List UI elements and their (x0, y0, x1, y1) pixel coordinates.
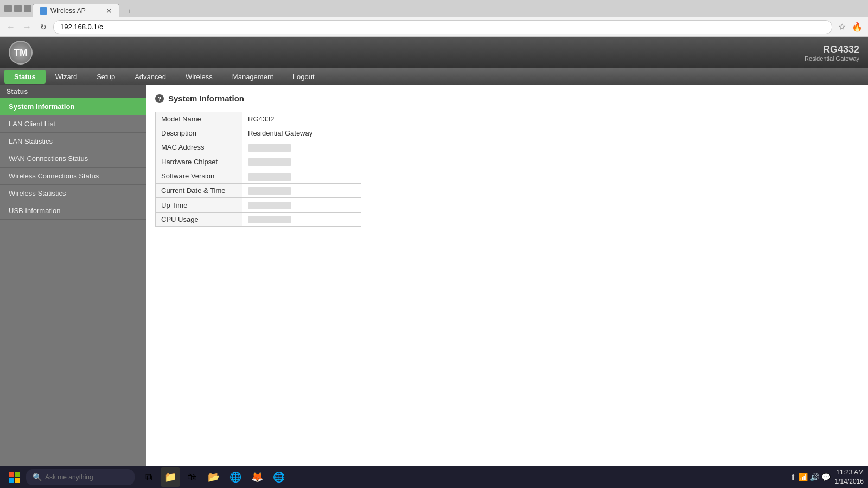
nav-item-advanced[interactable]: Advanced (125, 70, 176, 84)
value-cpu-usage (242, 212, 361, 227)
tab-title: Wireless AP (50, 7, 86, 15)
label-up-time: Up Time (156, 198, 242, 213)
value-mac-address (242, 140, 361, 155)
tm-logo-circle: TM (9, 41, 33, 65)
value-description: Residential Gateway (242, 126, 361, 140)
taskbar-icons: ⧉ 📁 🛍 📂 🌐 🦊 🌐 (139, 467, 289, 487)
blurred-version (248, 173, 291, 181)
start-button[interactable] (4, 467, 24, 487)
nav-item-wireless[interactable]: Wireless (176, 70, 222, 84)
tab-close-button[interactable]: ✕ (106, 7, 112, 15)
value-up-time (242, 198, 361, 213)
back-button[interactable]: ← (4, 21, 17, 34)
files-button[interactable]: 📂 (204, 467, 224, 487)
label-hardware-chipset: Hardware Chipset (156, 155, 242, 169)
value-hardware-chipset (242, 155, 361, 169)
value-software-version (242, 169, 361, 184)
store-button[interactable]: 🛍 (182, 467, 202, 487)
browser-actions: ☆ 🔥 (835, 21, 864, 34)
star-button[interactable]: ☆ (835, 21, 848, 34)
browser-chrome: Wireless AP ✕ + ← → ↻ ☆ 🔥 (0, 0, 868, 37)
address-bar: ← → ↻ ☆ 🔥 (0, 17, 868, 37)
nav-bar: Status Wizard Setup Advanced Wireless Ma… (0, 68, 868, 85)
nav-item-status[interactable]: Status (4, 70, 46, 84)
sidebar-item-wan-connections-status[interactable]: WAN Connections Status (0, 150, 146, 168)
table-row: CPU Usage (156, 212, 361, 227)
blurred-mac (248, 144, 291, 152)
sidebar-item-lan-statistics[interactable]: LAN Statistics (0, 133, 146, 150)
main-content: ? System Information Model Name RG4332 D… (146, 85, 868, 467)
table-row: MAC Address (156, 140, 361, 155)
active-tab[interactable]: Wireless AP ✕ (33, 4, 119, 17)
router-model: RG4332 (805, 44, 859, 55)
table-row: Description Residential Gateway (156, 126, 361, 140)
chrome-button[interactable]: 🌐 (226, 467, 245, 487)
help-icon[interactable]: ? (155, 94, 164, 103)
clock-time: 11:23 AM (835, 468, 864, 477)
sidebar-item-system-information[interactable]: System Information (0, 98, 146, 115)
taskbar-search[interactable]: 🔍 (26, 469, 135, 485)
sidebar-item-wireless-connections-status[interactable]: Wireless Connections Status (0, 168, 146, 185)
search-icon: 🔍 (33, 473, 42, 481)
sidebar-group-label: Status (0, 85, 146, 98)
system-tray-icons: ⬆ 📶 🔊 💬 (790, 473, 831, 481)
router-subtitle: Residential Gateway (805, 55, 859, 62)
value-current-date-time (242, 183, 361, 198)
firefox-button[interactable]: 🔥 (851, 21, 864, 34)
table-row: Software Version (156, 169, 361, 184)
file-explorer-button[interactable]: 📁 (161, 467, 180, 487)
sidebar-item-wireless-statistics[interactable]: Wireless Statistics (0, 185, 146, 202)
table-row: Current Date & Time (156, 183, 361, 198)
label-current-date-time: Current Date & Time (156, 183, 242, 198)
nav-item-management[interactable]: Management (222, 70, 283, 84)
page-title-area: ? System Information (155, 94, 859, 103)
router-wrapper: TM RG4332 Residential Gateway Status Wiz… (0, 37, 868, 467)
blurred-cpu (248, 216, 291, 223)
sidebar-item-lan-client-list[interactable]: LAN Client List (0, 115, 146, 133)
taskbar-right: ⬆ 📶 🔊 💬 11:23 AM 1/14/2016 (790, 468, 864, 486)
blurred-uptime (248, 202, 291, 209)
sidebar-item-usb-information[interactable]: USB Information (0, 202, 146, 220)
label-model-name: Model Name (156, 112, 242, 126)
taskbar-clock: 11:23 AM 1/14/2016 (835, 468, 864, 486)
nav-item-logout[interactable]: Logout (283, 70, 324, 84)
logo-text: TM (14, 47, 28, 59)
tm-logo: TM (9, 41, 33, 65)
table-row: Model Name RG4332 (156, 112, 361, 126)
table-row: Hardware Chipset (156, 155, 361, 169)
clock-date: 1/14/2016 (835, 477, 864, 486)
url-bar[interactable] (53, 20, 832, 34)
blurred-datetime (248, 187, 291, 195)
taskbar: 🔍 ⧉ 📁 🛍 📂 🌐 🦊 🌐 ⬆ 📶 🔊 💬 11:23 AM 1/14/20… (0, 466, 868, 488)
table-row: Up Time (156, 198, 361, 213)
nav-item-wizard[interactable]: Wizard (46, 70, 87, 84)
label-software-version: Software Version (156, 169, 242, 184)
system-info-table: Model Name RG4332 Description Residentia… (155, 112, 361, 227)
svg-rect-3 (15, 478, 20, 483)
ie-button[interactable]: 🌐 (269, 467, 289, 487)
forward-button[interactable]: → (21, 21, 34, 34)
task-view-button[interactable]: ⧉ (139, 467, 158, 487)
refresh-button[interactable]: ↻ (37, 21, 50, 34)
new-tab-button[interactable]: + (122, 4, 138, 17)
taskbar-search-input[interactable] (45, 473, 128, 481)
firefox-taskbar-button[interactable]: 🦊 (247, 467, 267, 487)
svg-rect-1 (15, 472, 20, 477)
svg-rect-0 (9, 472, 14, 477)
nav-item-setup[interactable]: Setup (87, 70, 125, 84)
tab-favicon (40, 7, 47, 15)
tab-bar: Wireless AP ✕ + (0, 0, 868, 17)
content-wrapper: Status System Information LAN Client Lis… (0, 85, 868, 467)
value-model-name: RG4332 (242, 112, 361, 126)
label-cpu-usage: CPU Usage (156, 212, 242, 227)
label-description: Description (156, 126, 242, 140)
sidebar: Status System Information LAN Client Lis… (0, 85, 146, 467)
label-mac-address: MAC Address (156, 140, 242, 155)
svg-rect-2 (9, 478, 14, 483)
page-title-text: System Information (168, 94, 244, 103)
blurred-chipset (248, 158, 291, 166)
router-title-right: RG4332 Residential Gateway (805, 44, 859, 62)
router-header: TM RG4332 Residential Gateway (0, 37, 868, 68)
